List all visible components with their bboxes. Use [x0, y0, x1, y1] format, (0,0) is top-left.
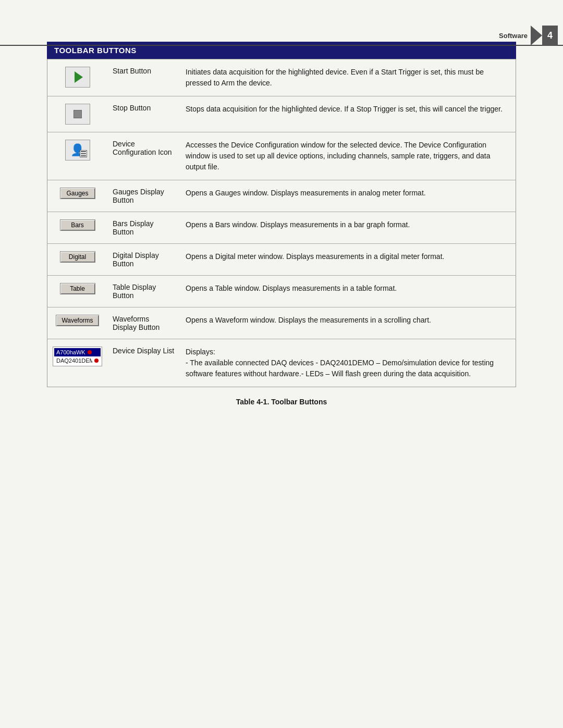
icon-cell-start [47, 59, 108, 96]
label-cell-stop: Stop Button [107, 96, 180, 132]
chapter-title: Software [499, 32, 528, 40]
label-cell-table: Table Display Button [107, 276, 180, 307]
toolbar-table: Start ButtonInitiates data acquisition f… [47, 59, 516, 387]
desc-cell-device_display: Displays:- The available connected DAQ d… [180, 339, 516, 387]
toolbar-btn-waveforms[interactable]: Waveforms [56, 315, 99, 326]
page: Software 4 TOOLBAR BUTTONS Start ButtonI… [0, 26, 563, 728]
toolbar-btn-bars[interactable]: Bars [60, 219, 95, 231]
device-led [94, 359, 99, 363]
icon-cell-config: 👤 [47, 132, 108, 180]
table-row-digital: DigitalDigital Display ButtonOpens a Dig… [47, 244, 516, 276]
badge-triangle [531, 26, 542, 45]
chapter-number: 4 [542, 26, 558, 45]
label-cell-bars: Bars Display Button [107, 212, 180, 244]
label-cell-config: Device Configuration Icon [107, 132, 180, 180]
desc-cell-start: Initiates data acquisition for the highl… [180, 59, 516, 96]
desc-cell-waveforms: Opens a Waveform window. Displays the me… [180, 307, 516, 339]
icon-cell-device_display: A700haWK DAQ2401DEMO [47, 339, 108, 387]
device-name: A700haWK [56, 349, 85, 355]
device-list: A700haWK DAQ2401DEMO [53, 347, 102, 366]
table-row-start: Start ButtonInitiates data acquisition f… [47, 59, 516, 96]
desc-cell-gauges: Opens a Gauges window. Displays measurem… [180, 180, 516, 212]
device-list-item[interactable]: A700haWK [54, 348, 101, 356]
chapter-badge: 4 [531, 26, 558, 45]
desc-cell-config: Accesses the Device Configuration window… [180, 132, 516, 180]
device-list-item[interactable]: DAQ2401DEMO [54, 356, 101, 365]
label-cell-gauges: Gauges Display Button [107, 180, 180, 212]
stop-square [74, 110, 82, 118]
icon-cell-bars: Bars [47, 212, 108, 244]
icon-cell-stop [47, 96, 108, 132]
table-row-table: TableTable Display ButtonOpens a Table w… [47, 276, 516, 307]
table-row-config: 👤 Device Configuration IconAccesses the … [47, 132, 516, 180]
main-content: TOOLBAR BUTTONS Start ButtonInitiates da… [0, 26, 563, 437]
play-triangle [75, 71, 83, 83]
icon-cell-waveforms: Waveforms [47, 307, 108, 339]
table-row-gauges: GaugesGauges Display ButtonOpens a Gauge… [47, 180, 516, 212]
table-caption: Table 4-1. Toolbar Buttons [47, 398, 516, 406]
device-led [88, 350, 92, 354]
icon-cell-table: Table [47, 276, 108, 307]
toolbar-btn-gauges[interactable]: Gauges [60, 188, 95, 199]
toolbar-btn-digital[interactable]: Digital [60, 251, 95, 263]
desc-cell-stop: Stops data acquisition for the highlight… [180, 96, 516, 132]
table-row-waveforms: WaveformsWaveforms Display ButtonOpens a… [47, 307, 516, 339]
label-cell-digital: Digital Display Button [107, 244, 180, 276]
config-icon: 👤 [65, 140, 90, 161]
label-cell-start: Start Button [107, 59, 180, 96]
icon-cell-digital: Digital [47, 244, 108, 276]
start-icon [65, 67, 90, 88]
desc-cell-bars: Opens a Bars window. Displays measuremen… [180, 212, 516, 244]
table-row-device_display: A700haWK DAQ2401DEMO Device Display List… [47, 339, 516, 387]
config-doc-icon [80, 150, 87, 157]
icon-cell-gauges: Gauges [47, 180, 108, 212]
page-header: Software 4 [0, 26, 563, 46]
desc-cell-table: Opens a Table window. Displays measureme… [180, 276, 516, 307]
label-cell-waveforms: Waveforms Display Button [107, 307, 180, 339]
label-cell-device_display: Device Display List [107, 339, 180, 387]
desc-cell-digital: Opens a Digital meter window. Displays m… [180, 244, 516, 276]
table-row-stop: Stop ButtonStops data acquisition for th… [47, 96, 516, 132]
device-name: DAQ2401DEMO [56, 357, 92, 364]
toolbar-btn-table[interactable]: Table [60, 283, 95, 294]
stop-icon [65, 104, 90, 125]
table-row-bars: BarsBars Display ButtonOpens a Bars wind… [47, 212, 516, 244]
